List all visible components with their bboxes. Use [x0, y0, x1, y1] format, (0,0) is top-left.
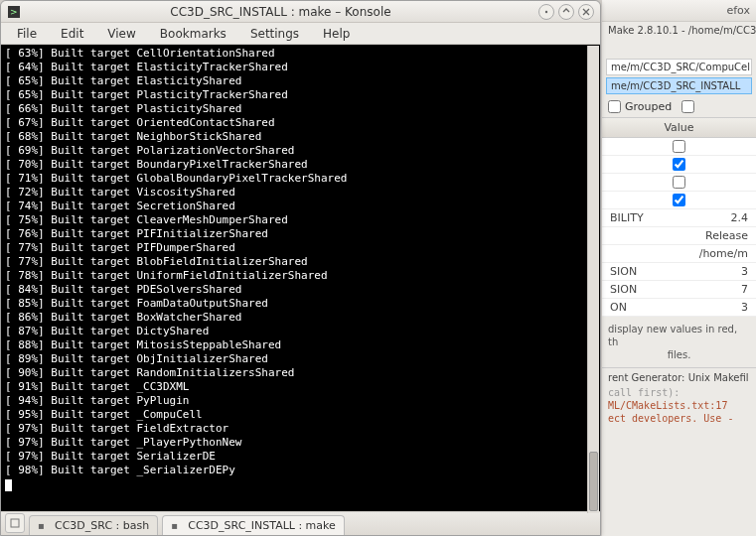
table-row: SION3: [602, 263, 756, 281]
bg-output: call first): ML/CMakeLists.txt:17 ect de…: [602, 386, 756, 425]
tab-bash[interactable]: ▪ CC3D_SRC : bash: [29, 515, 158, 535]
generator-label: rent Generator: Unix Makefil: [602, 367, 756, 386]
bg-source-path[interactable]: me/m/CC3D_SRC/CompuCel: [606, 59, 752, 75]
terminal-scrollbar[interactable]: [587, 46, 599, 513]
value-check-1[interactable]: [673, 158, 685, 171]
tab-make[interactable]: ▪ CC3D_SRC_INSTALL : make: [162, 515, 345, 535]
tab-label: CC3D_SRC : bash: [55, 519, 149, 532]
value-column-header: Value: [602, 117, 756, 138]
terminal-icon: ▪: [38, 520, 50, 532]
close-button[interactable]: [578, 4, 594, 20]
table-row: Release: [602, 227, 756, 245]
maximize-button[interactable]: [558, 4, 574, 20]
table-row: BILITY2.4: [602, 209, 756, 227]
menu-view[interactable]: View: [97, 25, 145, 43]
grouped-label: Grouped: [625, 100, 672, 113]
menu-settings[interactable]: Settings: [240, 25, 309, 43]
bg-note: display new values in red, th files.: [602, 317, 756, 367]
background-window: efox Make 2.8.10.1 - /home/m/CC3 me/m/CC…: [602, 0, 756, 536]
new-tab-button[interactable]: [5, 513, 25, 533]
menu-edit[interactable]: Edit: [51, 25, 93, 43]
menubar: File Edit View Bookmarks Settings Help: [1, 23, 600, 45]
menu-help[interactable]: Help: [313, 25, 360, 43]
titlebar[interactable]: > CC3D_SRC_INSTALL : make – Konsole: [1, 1, 600, 23]
grouped-checkbox[interactable]: [608, 100, 621, 113]
svg-text:>: >: [10, 7, 18, 17]
tabbar: ▪ CC3D_SRC : bash ▪ CC3D_SRC_INSTALL : m…: [1, 511, 600, 535]
tab-label: CC3D_SRC_INSTALL : make: [188, 519, 336, 532]
table-row: ON3: [602, 299, 756, 317]
bg-subtitle: Make 2.8.10.1 - /home/m/CC3: [602, 22, 756, 39]
value-check-0[interactable]: [673, 140, 685, 153]
svg-point-2: [545, 10, 547, 12]
svg-rect-3: [11, 519, 19, 527]
scrollbar-thumb[interactable]: [589, 452, 598, 511]
table-row: SION7: [602, 281, 756, 299]
menu-bookmarks[interactable]: Bookmarks: [150, 25, 236, 43]
terminal-output[interactable]: [ 63%] Built target CellOrientationShare…: [1, 45, 600, 511]
table-row: /home/m: [602, 245, 756, 263]
bg-build-path[interactable]: me/m/CC3D_SRC_INSTALL: [606, 77, 752, 94]
bg-titlebar: efox: [602, 0, 756, 22]
konsole-window: > CC3D_SRC_INSTALL : make – Konsole File…: [0, 0, 601, 536]
value-check-2[interactable]: [673, 176, 685, 189]
minimize-button[interactable]: [538, 4, 554, 20]
advanced-checkbox[interactable]: [681, 100, 694, 113]
bg-app-hint: efox: [726, 4, 750, 17]
terminal-icon: ▪: [171, 520, 183, 532]
window-title: CC3D_SRC_INSTALL : make – Konsole: [27, 5, 534, 19]
value-check-3[interactable]: [673, 194, 685, 206]
app-icon: >: [7, 5, 21, 19]
menu-file[interactable]: File: [7, 25, 47, 43]
